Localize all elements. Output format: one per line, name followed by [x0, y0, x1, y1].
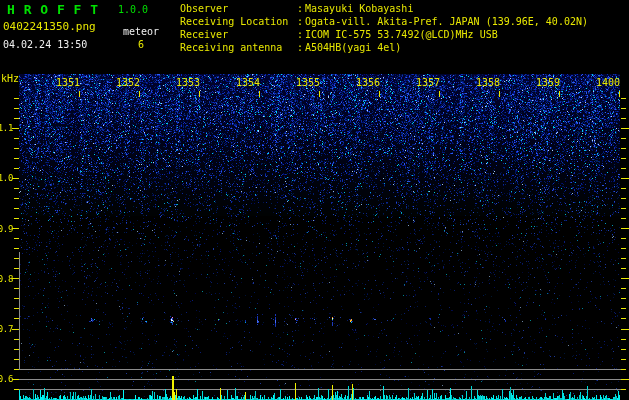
app-version: 1.0.0 [118, 5, 148, 15]
khz-axis-label: kHz [1, 73, 19, 84]
info-colon: : [297, 3, 303, 14]
freq-tick-label: 0.6 [0, 374, 13, 384]
spectrogram-canvas [0, 0, 629, 400]
hrofft-window: H R O F F T 1.0.0 0402241350.png meteor … [0, 0, 629, 400]
time-tick-label: 1400 [596, 77, 620, 88]
freq-tick-label: 0.7 [0, 324, 13, 334]
info-label: Observer [180, 2, 297, 15]
info-value: Ogata-vill. Akita-Pref. JAPAN (139.96E, … [305, 16, 588, 27]
time-tick-label: 1356 [356, 77, 380, 88]
info-row: Observer:Masayuki Kobayashi [180, 2, 588, 15]
time-tick-label: 1355 [296, 77, 320, 88]
time-tick-label: 1354 [236, 77, 260, 88]
info-label: Receiving antenna [180, 41, 297, 54]
info-label: Receiving Location [180, 15, 297, 28]
info-colon: : [297, 42, 303, 53]
info-value: A504HB(yagi 4el) [305, 42, 401, 53]
time-tick-label: 1352 [116, 77, 140, 88]
freq-tick-label: 1.1 [0, 123, 13, 133]
info-colon: : [297, 16, 303, 27]
freq-tick-label: 0.8 [0, 274, 13, 284]
info-row: Receiving antenna:A504HB(yagi 4el) [180, 41, 588, 54]
datetime-label: 04.02.24 13:50 [3, 40, 87, 50]
freq-tick-label: 0.9 [0, 224, 13, 234]
info-colon: : [297, 29, 303, 40]
info-row: Receiving Location:Ogata-vill. Akita-Pre… [180, 15, 588, 28]
output-filename: 0402241350.png [3, 21, 96, 32]
time-tick-label: 1353 [176, 77, 200, 88]
meteor-count: 6 [138, 40, 144, 50]
info-row: Receiver:ICOM IC-575 53.7492(@LCD)MHz US… [180, 28, 588, 41]
app-title: H R O F F T [7, 3, 99, 16]
observer-info-table: Observer:Masayuki KobayashiReceiving Loc… [180, 2, 588, 54]
time-tick-label: 1357 [416, 77, 440, 88]
info-value: ICOM IC-575 53.7492(@LCD)MHz USB [305, 29, 498, 40]
mode-label: meteor [123, 27, 159, 37]
info-value: Masayuki Kobayashi [305, 3, 413, 14]
time-tick-label: 1351 [56, 77, 80, 88]
info-label: Receiver [180, 28, 297, 41]
time-tick-label: 1359 [536, 77, 560, 88]
time-tick-label: 1358 [476, 77, 500, 88]
freq-tick-label: 1.0 [0, 173, 13, 183]
